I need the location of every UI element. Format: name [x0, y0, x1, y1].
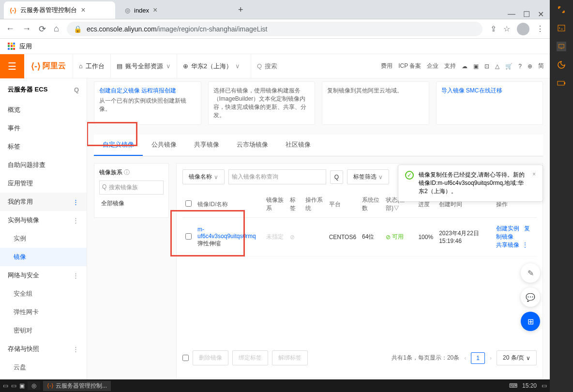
bulk-bind-tag[interactable]: 绑定标签: [232, 350, 268, 365]
expand-icon[interactable]: [557, 5, 566, 15]
sidebar-group-storage[interactable]: 存储与快照⋮: [0, 340, 87, 358]
monitor-icon[interactable]: [557, 42, 566, 51]
apps-float-icon[interactable]: ⊞: [521, 312, 540, 331]
apps-label[interactable]: 应用: [19, 42, 32, 51]
tab-community[interactable]: 社区镜像: [277, 135, 319, 156]
sidebar-eni[interactable]: 弹性网卡: [0, 303, 87, 321]
bulk-unbind-tag[interactable]: 解绑标签: [272, 350, 308, 365]
search-icon[interactable]: Q: [74, 86, 79, 93]
taskbar-windows-icon[interactable]: ▭: [11, 382, 16, 389]
per-page-dropdown[interactable]: 20 条/页 ∨: [497, 350, 537, 365]
card-import[interactable]: 导入镜像 SMC在线迁移: [436, 81, 543, 125]
reload-icon[interactable]: ⟳: [39, 24, 46, 34]
browser-tab-2[interactable]: ◎ index ×: [119, 1, 230, 19]
card-create[interactable]: 创建自定义镜像 远程填报创建 从一个已有的实例或快照创建新镜像。: [94, 81, 201, 125]
cloud-icon[interactable]: ☁: [462, 63, 467, 70]
info-icon[interactable]: ⓘ: [124, 169, 130, 176]
sidebar-keypair[interactable]: 密钥对: [0, 321, 87, 340]
bell-icon[interactable]: △: [495, 63, 499, 70]
taskbar-desktops-icon[interactable]: ▣: [19, 382, 25, 389]
terminal-icon[interactable]: ▣: [473, 63, 479, 70]
minimize-icon[interactable]: —: [508, 10, 515, 19]
sidebar-disk[interactable]: 云盘: [0, 358, 87, 377]
back-icon[interactable]: ←: [6, 24, 15, 34]
sidebar-instance[interactable]: 实例: [0, 229, 87, 248]
topnav-search[interactable]: Q: [251, 54, 376, 78]
hamburger-icon[interactable]: ☰: [0, 54, 24, 78]
sidebar-events[interactable]: 事件: [0, 119, 87, 137]
taskbar-chrome[interactable]: ◎: [28, 381, 40, 390]
close-icon[interactable]: ×: [81, 6, 85, 15]
maximize-icon[interactable]: ☐: [523, 10, 530, 19]
action-create-instance[interactable]: 创建实例: [496, 225, 519, 232]
page-number[interactable]: 1: [471, 352, 485, 364]
star-icon[interactable]: ☆: [503, 24, 510, 33]
sidebar-overview[interactable]: 概览: [0, 101, 87, 119]
share-icon[interactable]: ⇪: [490, 24, 497, 33]
tab-public[interactable]: 公共镜像: [143, 135, 185, 156]
name-dropdown[interactable]: 镜像名称∨: [182, 169, 225, 184]
cart-icon[interactable]: 🛒: [505, 63, 513, 70]
close-window-icon[interactable]: ✕: [538, 10, 544, 19]
icp-link[interactable]: ICP 备案: [398, 62, 421, 70]
card-copy[interactable]: 复制镜像到其他阿里云地域。: [322, 81, 429, 125]
terminal-icon[interactable]: [557, 23, 566, 33]
cost-link[interactable]: 费用: [381, 62, 392, 70]
home-icon[interactable]: ⌂: [54, 24, 59, 34]
tab-shared[interactable]: 共享镜像: [185, 135, 228, 156]
keyboard-icon[interactable]: ⌨: [509, 382, 517, 389]
more-icon[interactable]: ⋮: [522, 241, 528, 248]
battery-icon[interactable]: [557, 78, 566, 88]
sidebar-my-common[interactable]: 我的常用⋮: [0, 193, 87, 211]
tag-filter-dropdown[interactable]: 标签筛选∨: [347, 169, 389, 184]
sidebar-apps[interactable]: 应用管理: [0, 174, 87, 193]
action-share-image[interactable]: 共享镜像: [496, 241, 519, 248]
forward-icon[interactable]: →: [22, 24, 31, 34]
next-page-icon[interactable]: ›: [490, 355, 492, 362]
family-search[interactable]: Q搜索镜像族: [99, 181, 164, 195]
menu-icon[interactable]: ⋮: [536, 24, 544, 33]
svg-rect-0: [558, 25, 565, 31]
account-dropdown[interactable]: ▤账号全部资源∨: [110, 54, 177, 78]
apps-icon[interactable]: [8, 43, 15, 50]
close-icon[interactable]: ×: [153, 6, 157, 15]
card-builder[interactable]: 选择已有镜像，使用镜像构建服务（ImageBuilder）文本化定制镜像内容，快…: [208, 81, 316, 125]
prev-page-icon[interactable]: ‹: [464, 355, 466, 362]
bulk-checkbox[interactable]: [182, 355, 189, 361]
help-icon[interactable]: ?: [518, 63, 522, 70]
moon-icon[interactable]: [557, 60, 566, 70]
filter-input[interactable]: 输入镜像名称查询: [228, 169, 326, 184]
bulk-delete[interactable]: 删除镜像: [193, 350, 228, 365]
workspace-link[interactable]: ⌂工作台: [73, 54, 110, 78]
sidebar-diagnose[interactable]: 自助问题排查: [0, 156, 87, 174]
taskbar-app[interactable]: ⟨-⟩ 云服务器管理控制...: [43, 381, 111, 391]
tag-icon[interactable]: ⊘: [287, 218, 302, 256]
tab-market[interactable]: 云市场镜像: [228, 135, 277, 156]
edit-float-icon[interactable]: ✎: [521, 263, 540, 283]
monitor-icon[interactable]: ⊡: [484, 63, 489, 70]
lang-label[interactable]: 简: [538, 62, 544, 70]
sidebar-tags[interactable]: 标签: [0, 137, 87, 156]
cell-bits: 64位: [359, 218, 383, 256]
tray-icon[interactable]: ▭: [542, 382, 547, 389]
close-icon[interactable]: ×: [532, 171, 536, 196]
chat-float-icon[interactable]: 💬: [521, 287, 540, 307]
sidebar-secgroup[interactable]: 安全组: [0, 285, 87, 303]
sidebar-group-network[interactable]: 网络与安全⋮: [0, 266, 87, 285]
address-bar[interactable]: 🔒 ecs.console.aliyun.com/image/region/cn…: [67, 22, 483, 36]
browser-tab-1[interactable]: ⟨-⟩ 云服务器管理控制台 ×: [4, 1, 115, 19]
lang-icon[interactable]: ⊕: [528, 63, 532, 70]
family-title: 镜像族系 ⓘ: [99, 168, 164, 177]
avatar[interactable]: [517, 23, 529, 35]
search-button[interactable]: Q: [330, 170, 343, 184]
aliyun-logo[interactable]: ⟨-⟩阿里云: [31, 61, 66, 72]
enterprise-link[interactable]: 企业: [427, 62, 438, 70]
support-link[interactable]: 支持: [444, 62, 456, 70]
family-all[interactable]: 全部镜像: [99, 195, 164, 212]
taskbar-menu-icon[interactable]: ▭: [3, 382, 8, 389]
sidebar-image[interactable]: 镜像: [0, 248, 87, 266]
region-dropdown[interactable]: ⊕华东2（上海）∨: [177, 54, 246, 78]
select-all-checkbox[interactable]: [185, 200, 192, 207]
new-tab-icon[interactable]: +: [234, 1, 247, 19]
sidebar-group-instance[interactable]: 实例与镜像⋮: [0, 211, 87, 229]
